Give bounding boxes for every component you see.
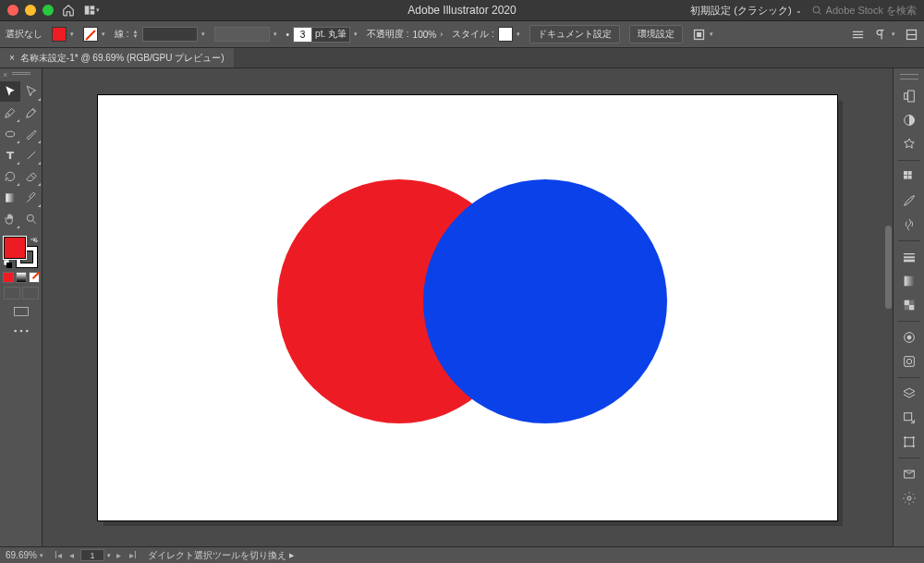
direct-selection-tool[interactable] (21, 81, 42, 102)
stroke-label: 線 : (115, 28, 129, 41)
eraser-tool[interactable] (21, 166, 42, 187)
fill-stroke-indicator[interactable] (4, 237, 39, 268)
color-guide-panel-icon[interactable] (898, 133, 920, 155)
window-maximize-button[interactable] (43, 5, 54, 16)
svg-rect-7 (853, 31, 863, 31)
panel-gripper[interactable] (900, 74, 918, 80)
gradient-tool[interactable] (0, 188, 20, 208)
svg-point-13 (6, 131, 14, 137)
properties-panel-icon[interactable] (898, 85, 920, 107)
svg-rect-0 (85, 6, 90, 14)
stock-search-placeholder: Adobe Stock を検索 (826, 4, 917, 18)
document-setup-button[interactable]: ドキュメント設定 (529, 25, 620, 43)
next-artboard-button[interactable]: ▸ (114, 550, 125, 561)
line-segment-tool[interactable] (21, 145, 42, 165)
draw-behind[interactable] (22, 287, 39, 300)
preferences-button[interactable]: 環境設定 (629, 25, 683, 43)
workspace-switcher[interactable]: 初期設定 (クラシック) ⌄ (690, 4, 801, 18)
svg-rect-34 (904, 276, 914, 287)
color-panel-icon[interactable] (898, 109, 920, 131)
color-mode-gradient[interactable] (16, 272, 27, 283)
arrange-documents-icon[interactable]: ▾ (83, 2, 100, 18)
color-mode-none[interactable] (29, 272, 40, 283)
panel-close-icon[interactable]: × (3, 70, 7, 80)
hand-tool[interactable] (0, 209, 20, 229)
paintbrush-tool[interactable] (21, 124, 42, 144)
libraries-panel-icon[interactable] (898, 463, 920, 485)
screen-mode[interactable] (13, 305, 30, 320)
stroke-weight-input[interactable] (142, 27, 198, 42)
opacity-more-icon[interactable]: › (440, 30, 443, 39)
prev-artboard-button[interactable]: ◂ (67, 550, 78, 561)
svg-rect-31 (904, 253, 915, 254)
variable-width-profile[interactable] (214, 27, 270, 42)
rotate-tool[interactable] (0, 166, 20, 187)
chevron-down-icon[interactable]: ▾ (107, 552, 111, 559)
document-tab[interactable]: × 名称未設定-1* @ 69.69% (RGB/GPU プレビュー) (0, 48, 234, 67)
close-tab-icon[interactable]: × (9, 53, 15, 63)
align-to-icon[interactable]: ▾ (692, 28, 713, 42)
fill-indicator[interactable] (4, 237, 26, 259)
asset-export-panel-icon[interactable] (898, 407, 920, 429)
fill-swatch-group[interactable]: ▾ (52, 27, 74, 42)
stroke-panel-icon[interactable] (898, 246, 920, 268)
scrollbar-thumb[interactable] (885, 226, 892, 309)
layers-panel-icon[interactable] (898, 383, 920, 405)
essentials-icon[interactable] (851, 28, 865, 42)
svg-rect-35 (904, 300, 908, 305)
svg-point-45 (907, 496, 911, 500)
svg-rect-15 (6, 193, 14, 202)
symbols-panel-icon[interactable] (898, 214, 920, 236)
opacity-value[interactable]: 100% (413, 30, 437, 40)
artboard-number-input[interactable]: 1 (80, 549, 104, 561)
gradient-panel-icon[interactable] (898, 270, 920, 292)
chevron-down-icon: ▾ (354, 31, 358, 38)
window-close-button[interactable] (7, 5, 18, 16)
fill-swatch[interactable] (52, 27, 67, 42)
zoom-tool[interactable] (21, 209, 42, 229)
selection-tool[interactable] (0, 81, 20, 102)
transform-panel-icon[interactable] (905, 28, 918, 42)
home-icon[interactable] (60, 2, 77, 18)
opacity-label: 不透明度 : (367, 28, 409, 41)
learn-panel-icon[interactable] (898, 487, 920, 509)
artboards-panel-icon[interactable] (898, 431, 920, 453)
default-fill-stroke-icon[interactable] (4, 260, 13, 269)
pen-tool[interactable] (0, 103, 20, 123)
edit-toolbar-button[interactable] (11, 325, 31, 337)
swatches-panel-icon[interactable] (898, 165, 920, 188)
brushes-panel-icon[interactable] (898, 190, 920, 212)
style-label: スタイル : (452, 28, 494, 41)
chevron-down-icon: ▾ (40, 552, 43, 559)
stock-search[interactable]: Adobe Stock を検索 (811, 4, 917, 18)
canvas-area[interactable] (43, 68, 893, 546)
stroke-weight-stepper[interactable]: ▲ ▼ (133, 30, 139, 39)
graphic-style-swatch[interactable] (498, 27, 513, 42)
stroke-swatch-group[interactable]: ▾ (83, 27, 105, 42)
brush-definition[interactable]: 3 pt. 丸筆 (293, 27, 350, 43)
status-hint-more-icon[interactable]: ▶ (289, 552, 294, 559)
svg-rect-33 (904, 260, 915, 263)
appearance-panel-icon[interactable] (898, 326, 920, 349)
paragraph-direction-icon[interactable]: ▾ (874, 28, 895, 42)
vertical-scrollbar[interactable] (883, 68, 893, 546)
eyedropper-tool[interactable] (21, 188, 42, 208)
curvature-tool[interactable] (21, 103, 42, 123)
graphic-styles-panel-icon[interactable] (898, 350, 920, 373)
circle-blue[interactable] (423, 179, 667, 423)
transparency-panel-icon[interactable] (898, 294, 920, 316)
zoom-level[interactable]: 69.69% ▾ (6, 550, 43, 560)
svg-rect-6 (697, 32, 700, 36)
svg-rect-27 (904, 171, 907, 175)
stroke-swatch-none[interactable] (83, 27, 98, 42)
swap-fill-stroke-icon[interactable] (30, 237, 39, 246)
artboard[interactable] (98, 95, 837, 520)
svg-rect-25 (904, 93, 906, 100)
type-tool[interactable] (0, 145, 20, 165)
last-artboard-button[interactable]: ▸I (128, 550, 139, 561)
color-mode-solid[interactable] (3, 272, 14, 283)
draw-normal[interactable] (4, 287, 20, 300)
ellipse-tool[interactable] (0, 124, 20, 144)
first-artboard-button[interactable]: I◂ (53, 550, 64, 561)
window-minimize-button[interactable] (25, 5, 36, 16)
